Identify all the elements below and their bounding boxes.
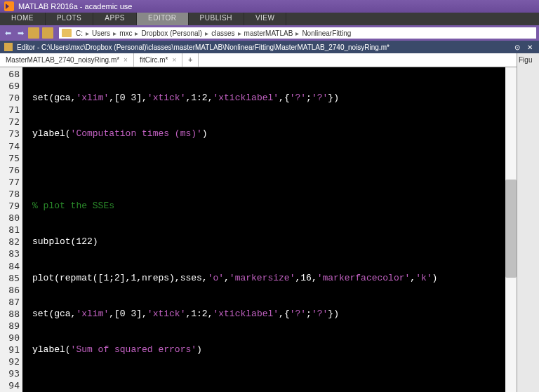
crumb-3[interactable]: Dropbox (Personal)	[141, 29, 202, 37]
line-number: 81	[0, 224, 22, 236]
matlab-icon	[4, 1, 14, 11]
file-tabs: MasterMATLAB_2740_noisyRing.m* × fitCirc…	[0, 53, 539, 67]
line-number: 93	[0, 367, 22, 379]
ribbon-tabs: HOME PLOTS APPS EDITOR PUBLISH VIEW	[0, 13, 539, 25]
crumb-6[interactable]: NonlinearFitting	[302, 29, 351, 37]
close-icon[interactable]: ✕	[525, 42, 535, 52]
line-number: 87	[0, 296, 22, 308]
line-number: 72	[0, 116, 22, 128]
line-number: 91	[0, 344, 22, 356]
close-icon[interactable]: ×	[124, 56, 128, 64]
file-tab-1-label: fitCirc.m*	[140, 56, 168, 64]
line-number: 77	[0, 176, 22, 188]
crumb-2[interactable]: mxc	[119, 29, 132, 37]
editor-area[interactable]: 6869707172737475767778798081828384858687…	[0, 67, 539, 392]
line-number: 80	[0, 212, 22, 224]
back-arrow-icon[interactable]: ⬅	[3, 28, 13, 38]
line-number: 88	[0, 308, 22, 320]
line-number: 74	[0, 140, 22, 152]
figure-panel-label: Figu	[519, 56, 532, 64]
tab-publish[interactable]: PUBLISH	[189, 13, 244, 25]
window-titlebar: MATLAB R2016a - academic use	[0, 0, 539, 13]
restore-icon[interactable]: ⊙	[512, 42, 522, 52]
line-number: 90	[0, 332, 22, 344]
line-number: 79	[0, 200, 22, 212]
line-number: 68	[0, 68, 22, 80]
line-number: 94	[0, 379, 22, 391]
crumb-0[interactable]: C:	[76, 29, 83, 37]
line-number: 73	[0, 128, 22, 140]
file-tab-0[interactable]: MasterMATLAB_2740_noisyRing.m* ×	[0, 53, 134, 67]
crumb-5[interactable]: masterMATLAB	[244, 29, 293, 37]
tab-home[interactable]: HOME	[0, 13, 46, 25]
line-number: 92	[0, 356, 22, 367]
add-tab-button[interactable]: +	[182, 53, 199, 67]
line-number: 82	[0, 236, 22, 248]
window-title: MATLAB R2016a - academic use	[18, 2, 132, 11]
file-tab-1[interactable]: fitCirc.m* ×	[134, 53, 182, 67]
toolbar-icon-1[interactable]	[28, 27, 39, 39]
line-number: 89	[0, 320, 22, 332]
line-number: 83	[0, 248, 22, 259]
editor-icon	[4, 43, 13, 51]
tab-plots[interactable]: PLOTS	[46, 13, 93, 25]
toolbar: ⬅ ➡ C:▸ Users▸ mxc▸ Dropbox (Personal)▸ …	[0, 25, 539, 41]
vertical-scrollbar[interactable]	[505, 67, 517, 392]
figure-panel[interactable]: Figu	[517, 53, 539, 392]
line-number: 70	[0, 92, 22, 104]
fwd-arrow-icon[interactable]: ➡	[15, 28, 25, 38]
line-number: 86	[0, 284, 22, 296]
tab-apps[interactable]: APPS	[93, 13, 137, 25]
crumb-4[interactable]: classes	[211, 29, 234, 37]
folder-icon	[62, 29, 72, 37]
file-tab-0-label: MasterMATLAB_2740_noisyRing.m*	[6, 56, 119, 64]
editor-header: Editor - C:\Users\mxc\Dropbox (Personal)…	[0, 41, 539, 53]
line-number: 75	[0, 152, 22, 164]
editor-path: Editor - C:\Users\mxc\Dropbox (Personal)…	[17, 43, 390, 51]
code-content[interactable]: set(gca,'xlim',[0 3],'xtick',1:2,'xtickl…	[22, 67, 539, 392]
scrollbar-thumb[interactable]	[505, 180, 517, 278]
line-number: 85	[0, 272, 22, 284]
line-number: 84	[0, 260, 22, 272]
crumb-1[interactable]: Users	[92, 29, 110, 37]
line-number: 69	[0, 80, 22, 92]
line-number-gutter: 6869707172737475767778798081828384858687…	[0, 67, 22, 392]
toolbar-icon-2[interactable]	[42, 27, 53, 39]
tab-view[interactable]: VIEW	[244, 13, 287, 25]
close-icon[interactable]: ×	[173, 56, 177, 64]
line-number: 71	[0, 104, 22, 116]
line-number: 76	[0, 164, 22, 176]
line-number: 78	[0, 188, 22, 200]
breadcrumb[interactable]: C:▸ Users▸ mxc▸ Dropbox (Personal)▸ clas…	[59, 27, 536, 39]
tab-editor[interactable]: EDITOR	[137, 13, 189, 25]
